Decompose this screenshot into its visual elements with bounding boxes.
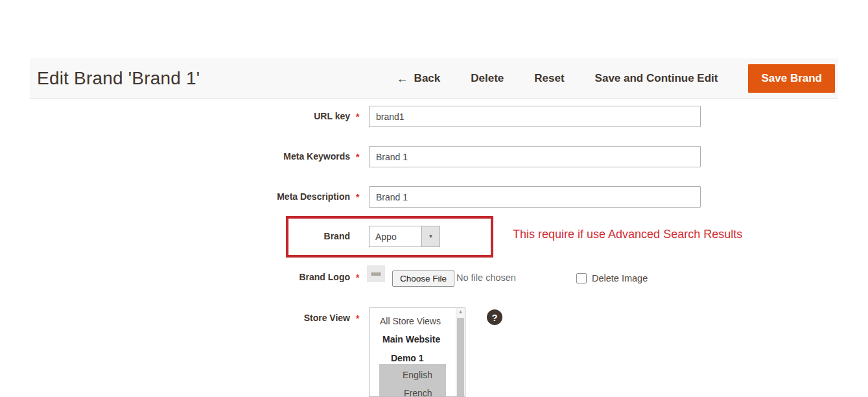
meta-keywords-required-mark: *	[356, 152, 359, 162]
delete-image-checkbox[interactable]	[576, 273, 587, 283]
back-button[interactable]: ← Back	[397, 72, 441, 85]
store-view-option-all[interactable]: All Store Views	[380, 316, 441, 326]
page: Edit Brand 'Brand 1' ← Back Delete Reset…	[0, 0, 868, 397]
delete-image-label: Delete Image	[592, 273, 648, 283]
meta-keywords-label: Meta Keywords	[156, 151, 350, 162]
brand-select[interactable]: Appo ▼	[369, 226, 440, 247]
page-title: Edit Brand 'Brand 1'	[37, 68, 200, 89]
scroll-up-icon[interactable]: ▲	[456, 309, 465, 315]
broken-image-icon	[371, 272, 381, 276]
save-brand-button[interactable]: Save Brand	[748, 64, 835, 93]
brand-label: Brand	[156, 231, 350, 241]
back-button-label: Back	[414, 72, 441, 85]
page-header: Edit Brand 'Brand 1' ← Back Delete Reset…	[30, 58, 838, 99]
help-icon[interactable]: ?	[487, 309, 502, 325]
brand-select-value: Appo	[369, 226, 421, 247]
chevron-down-icon[interactable]: ▼	[421, 226, 440, 247]
store-view-option-french[interactable]: French	[404, 388, 432, 397]
no-file-chosen-text: No file chosen	[456, 272, 516, 283]
meta-description-required-mark: *	[356, 192, 359, 202]
meta-description-input[interactable]	[369, 186, 701, 208]
store-view-multiselect[interactable]: All Store Views Main Website Demo 1 Engl…	[369, 307, 465, 397]
store-view-option-demo1[interactable]: Demo 1	[391, 353, 424, 363]
save-and-continue-button[interactable]: Save and Continue Edit	[595, 72, 718, 85]
select-scrollbar[interactable]: ▲	[456, 308, 465, 396]
brand-logo-required-mark: *	[356, 272, 359, 283]
delete-button[interactable]: Delete	[471, 72, 504, 85]
header-actions: ← Back Delete Reset Save and Continue Ed…	[397, 58, 835, 99]
url-key-label: URL key	[156, 111, 350, 121]
store-view-required-mark: *	[356, 313, 359, 324]
scrollbar-thumb[interactable]	[457, 318, 464, 396]
meta-description-label: Meta Description	[156, 191, 350, 202]
store-view-option-main-website[interactable]: Main Website	[382, 334, 440, 344]
reset-button[interactable]: Reset	[534, 72, 564, 85]
choose-file-button[interactable]: Choose File	[392, 271, 454, 287]
annotation-text: This require if use Advanced Search Resu…	[513, 228, 742, 241]
url-key-required-mark: *	[356, 112, 359, 122]
brand-logo-thumbnail	[367, 265, 385, 282]
store-view-label: Store View	[156, 313, 350, 323]
brand-logo-label: Brand Logo	[156, 272, 350, 282]
arrow-left-icon: ←	[397, 73, 408, 84]
url-key-input[interactable]	[369, 106, 701, 127]
store-view-option-english[interactable]: English	[403, 370, 432, 380]
meta-keywords-input[interactable]	[369, 146, 701, 167]
